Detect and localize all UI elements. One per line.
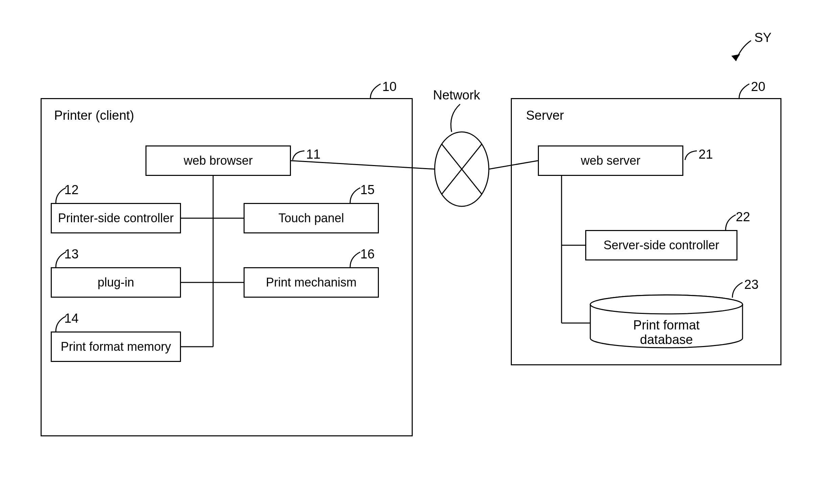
server-internal-bus xyxy=(0,0,820,504)
